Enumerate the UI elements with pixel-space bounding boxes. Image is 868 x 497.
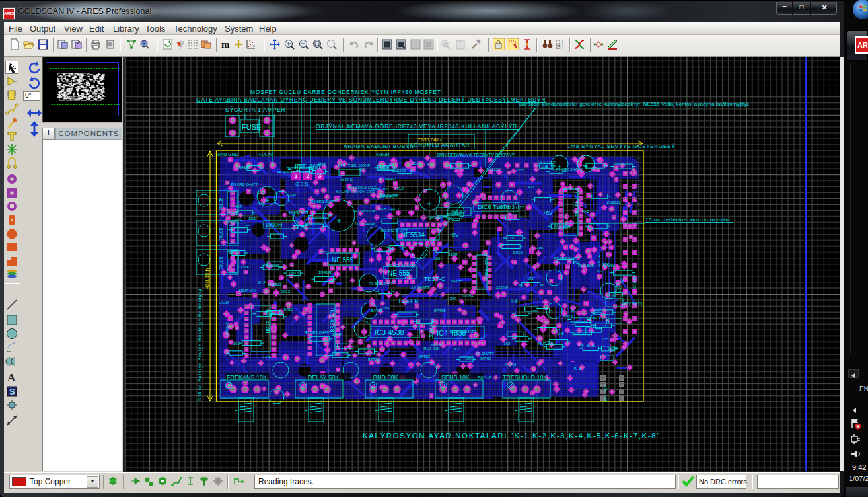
svg-text:S: S bbox=[9, 387, 15, 397]
svg-text:KONUMLU ANAHTAR: KONUMLU ANAHTAR bbox=[410, 142, 470, 148]
svg-text:428.35th: 428.35th bbox=[204, 268, 210, 289]
svg-text:MOSFET GÜÇLÜ DARBE GÖNDERMEK Ý: MOSFET GÜÇLÜ DARBE GÖNDERMEK ÝÇÝN IRF460… bbox=[250, 89, 441, 95]
svg-text:m: m bbox=[221, 39, 230, 50]
svg-text:FUSE: FUSE bbox=[242, 123, 261, 131]
svg-text:SÝGORTA 1 AMPER: SÝGORTA 1 AMPER bbox=[225, 106, 286, 113]
svg-text:500ma Batarya Seviye Gösterge: 500ma Batarya Seviye Gösterge Baðlantýsý bbox=[198, 289, 203, 401]
svg-text:U3: U3 bbox=[556, 46, 561, 50]
svg-text:1ma SÝNYAL SEVÝYE GÖSTERGESÝ: 1ma SÝNYAL SEVÝYE GÖSTERGESÝ bbox=[567, 143, 675, 149]
svg-text:KALÝROSYON AYAR NOKTALARI "K-1: KALÝROSYON AYAR NOKTALARI "K-1,K-2,K-3,K… bbox=[363, 432, 661, 440]
svg-text:Buradaki kondansatörler gereki: Buradaki kondansatörler gerekirse kullan… bbox=[519, 101, 750, 107]
svg-text:ORJÝNAL ÞEMAYA GÖRE IRF740 VEY: ORJÝNAL ÞEMAYA GÖRE IRF740 VEYA IRF840 K… bbox=[316, 123, 519, 130]
svg-text:ARAMA BAÐLIÐI BOBÝN: ARAMA BAÐLIÐI BOBÝN bbox=[344, 143, 414, 149]
svg-text:GATE AYABINA BAÐLANAN DÝRENÇ D: GATE AYABINA BAÐLANAN DÝRENÇ DEÐERÝ VE S… bbox=[196, 96, 546, 103]
svg-text:A: A bbox=[7, 371, 16, 384]
svg-text:15mv deðerine ayarlanacaktýr.: 15mv deðerine ayarlanacaktýr. bbox=[645, 217, 733, 223]
svg-text:x: x bbox=[253, 44, 255, 48]
svg-text:z: z bbox=[249, 39, 251, 43]
